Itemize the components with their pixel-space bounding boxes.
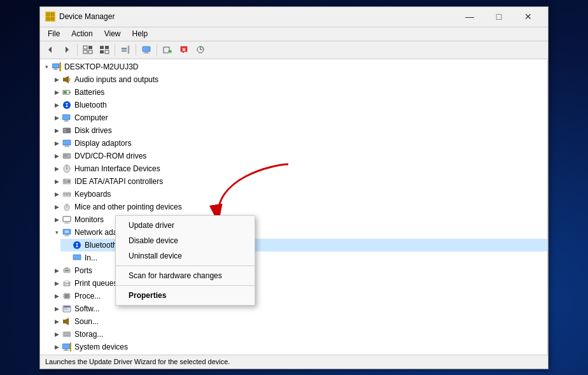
svg-rect-104: [70, 343, 71, 351]
svg-rect-36: [69, 92, 71, 93]
ctx-properties[interactable]: Properties: [116, 288, 255, 303]
computer-button[interactable]: [139, 43, 154, 57]
hid-expand-icon[interactable]: ▶: [52, 164, 62, 174]
scan-button[interactable]: [193, 43, 208, 57]
svg-rect-40: [64, 121, 69, 122]
tree-mice[interactable]: ▶ Mice and other pointing devices: [50, 201, 547, 213]
svg-rect-102: [65, 349, 68, 350]
ctx-uninstall-device[interactable]: Uninstall device: [116, 248, 255, 264]
system-expand-icon[interactable]: ▶: [52, 342, 62, 352]
tree-batteries[interactable]: ▶ Batteries: [50, 86, 547, 99]
tree-audio[interactable]: ▶ Audio inputs and outputs: [50, 73, 547, 86]
properties-button[interactable]: [118, 43, 133, 57]
menu-view[interactable]: View: [99, 28, 126, 39]
svg-rect-20: [143, 53, 150, 53]
disk-icon: [62, 125, 72, 136]
svg-rect-87: [65, 294, 69, 298]
tree-root[interactable]: ▾ DESKTOP-M2UUJ3D: [40, 60, 547, 73]
ctx-scan-hardware[interactable]: Scan for hardware changes: [116, 268, 255, 283]
ctx-disable-device[interactable]: Disable device: [116, 233, 255, 248]
batteries-expand-icon[interactable]: ▶: [52, 87, 62, 97]
menu-bar: File Action View Help: [40, 27, 548, 41]
proc-expand-icon[interactable]: ▶: [52, 291, 62, 301]
batteries-icon: [62, 87, 72, 97]
svg-rect-30: [53, 69, 58, 70]
tree-system[interactable]: ▶ System devices: [50, 341, 547, 353]
tree-dvd[interactable]: ▶ DVD/CD-ROM drives: [50, 150, 547, 162]
menu-help[interactable]: Help: [127, 28, 153, 39]
toolbar-btn2[interactable]: [97, 43, 112, 57]
tree-usb[interactable]: ▶ Universal Serial Bus controllers: [50, 353, 547, 355]
tree-storage[interactable]: ▶ Storag...: [50, 328, 547, 341]
svg-rect-83: [65, 281, 69, 283]
svg-rect-77: [73, 255, 81, 260]
svg-rect-100: [64, 334, 70, 336]
svg-rect-7: [88, 46, 92, 49]
intel-label: In...: [85, 253, 97, 262]
device-manager-window: Device Manager — □ ✕ File Action View He…: [39, 6, 549, 369]
ide-label: IDE ATA/ATAPI controllers: [74, 177, 163, 186]
svg-rect-12: [100, 50, 104, 53]
intel-icon: [72, 253, 82, 263]
mice-expand-icon[interactable]: ▶: [52, 202, 62, 212]
sound-expand-icon[interactable]: ▶: [52, 316, 62, 327]
disk-expand-icon[interactable]: ▶: [52, 125, 62, 136]
bluetooth-expand-icon[interactable]: ▶: [52, 100, 62, 110]
title-bar: Device Manager — □ ✕: [40, 7, 548, 27]
bt-device-icon: [72, 240, 82, 250]
svg-rect-65: [69, 194, 71, 195]
tree-hid[interactable]: ▶ Human Interface Devices: [50, 162, 547, 175]
tree-bluetooth[interactable]: ▶ Bluetooth: [50, 99, 547, 111]
display-expand-icon[interactable]: ▶: [52, 138, 62, 148]
svg-rect-44: [64, 129, 66, 130]
monitors-expand-icon[interactable]: ▶: [52, 215, 62, 225]
maximize-button[interactable]: □: [484, 6, 514, 27]
tree-display[interactable]: ▶ Display adaptors: [50, 137, 547, 150]
minimize-button[interactable]: —: [455, 6, 484, 27]
proc-label: Proce...: [74, 292, 101, 301]
tree-sound[interactable]: ▶ Soun...: [50, 315, 547, 328]
svg-rect-96: [63, 320, 66, 323]
svg-rect-1: [51, 13, 54, 16]
network-expand-icon[interactable]: ▾: [52, 227, 62, 237]
svg-rect-45: [64, 131, 66, 132]
dvd-expand-icon[interactable]: ▶: [52, 151, 62, 161]
svg-rect-6: [83, 46, 87, 49]
svg-rect-10: [100, 46, 104, 49]
print-expand-icon[interactable]: ▶: [52, 278, 62, 288]
keyboard-expand-icon[interactable]: ▶: [52, 189, 62, 199]
computer-expand-icon[interactable]: ▶: [52, 113, 62, 123]
tree-disk[interactable]: ▶ Disk drives: [50, 124, 547, 137]
back-button[interactable]: [43, 43, 58, 57]
proc-icon: [62, 291, 72, 301]
root-expand-icon[interactable]: ▾: [41, 62, 52, 72]
add-button[interactable]: +: [160, 43, 175, 57]
toolbar-separator-1: [77, 44, 78, 55]
ports-expand-icon[interactable]: ▶: [52, 265, 62, 276]
soft-expand-icon[interactable]: ▶: [52, 304, 62, 314]
display-label: Display adaptors: [74, 139, 131, 148]
tree-keyboard[interactable]: ▶ Keyboards: [50, 188, 547, 201]
ide-expand-icon[interactable]: ▶: [52, 176, 62, 187]
forward-button[interactable]: [59, 43, 74, 57]
storage-expand-icon[interactable]: ▶: [52, 329, 62, 339]
remove-button[interactable]: [176, 43, 192, 57]
tree-computer[interactable]: ▶ Computer: [50, 111, 547, 124]
menu-file[interactable]: File: [43, 28, 65, 39]
show-hidden-button[interactable]: [80, 43, 95, 57]
svg-rect-38: [62, 115, 70, 120]
svg-rect-14: [122, 48, 127, 49]
audio-icon: [62, 74, 72, 85]
context-menu: Update driver Disable device Uninstall d…: [115, 215, 255, 306]
ctx-update-driver[interactable]: Update driver: [116, 218, 255, 233]
svg-rect-59: [64, 193, 65, 194]
svg-point-43: [67, 130, 69, 131]
audio-expand-icon[interactable]: ▶: [52, 74, 62, 85]
window-icon: [45, 11, 55, 22]
close-button[interactable]: ✕: [514, 6, 543, 27]
computer-icon: [62, 113, 72, 123]
device-tree[interactable]: ▾ DESKTOP-M2UUJ3D ▶: [40, 59, 548, 355]
menu-action[interactable]: Action: [66, 28, 97, 39]
toolbar-separator-3: [136, 44, 136, 55]
tree-ide[interactable]: ▶ IDE ATA/ATAPI controllers: [50, 175, 547, 188]
